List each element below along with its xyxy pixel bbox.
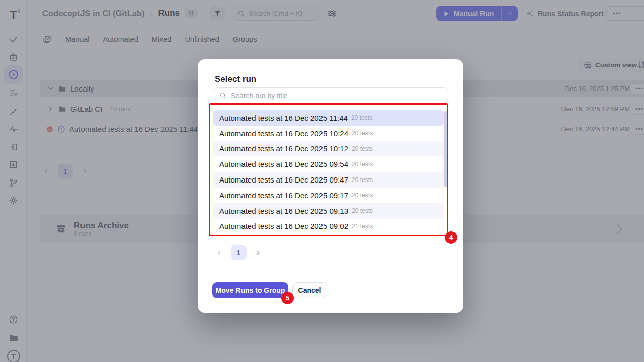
annotation-badge-5: 5	[281, 292, 294, 304]
run-search-field[interactable]	[213, 87, 448, 103]
modal-pagination: 1	[216, 245, 262, 260]
modal-title: Select run	[215, 74, 256, 84]
move-runs-to-group-button[interactable]: Move Runs to Group	[212, 282, 288, 298]
search-icon	[219, 92, 227, 99]
next-page-icon[interactable]	[255, 249, 262, 256]
prev-page-icon[interactable]	[216, 249, 223, 256]
page-number[interactable]: 1	[231, 245, 247, 260]
run-search-input[interactable]	[231, 92, 422, 100]
cancel-button[interactable]: Cancel	[292, 282, 327, 298]
annotation-badge-4: 4	[445, 231, 457, 244]
modal-actions: Move Runs to Group Cancel	[212, 282, 327, 298]
annotation-rectangle	[209, 103, 448, 236]
